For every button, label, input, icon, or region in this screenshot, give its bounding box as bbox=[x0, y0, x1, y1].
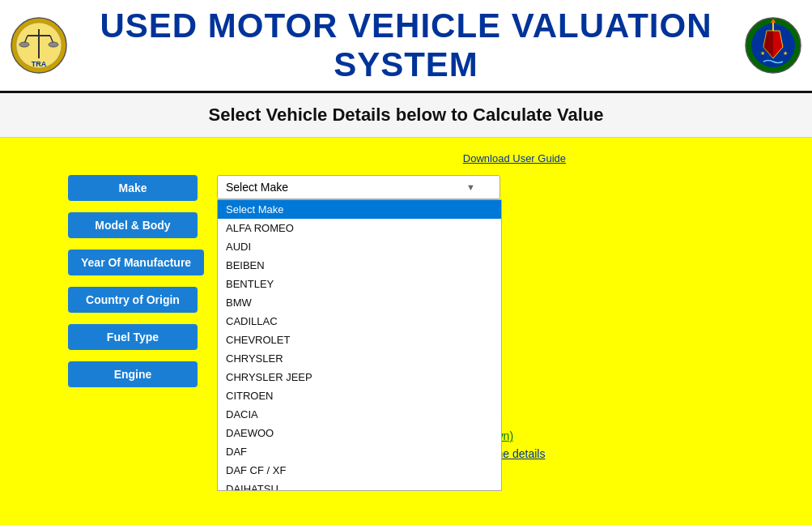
dropdown-item[interactable]: DAIHATSU bbox=[218, 480, 501, 491]
dropdown-item[interactable]: AUDI bbox=[218, 237, 501, 256]
header: TRA USED MOTOR VEHICLE VALUATION SYSTEM … bbox=[0, 0, 812, 93]
dropdown-item[interactable]: DAF CF / XF bbox=[218, 461, 501, 480]
dropdown-item[interactable]: ALFA ROMEO bbox=[218, 219, 501, 237]
make-dropdown-selected: Select Make bbox=[226, 181, 288, 194]
dropdown-item[interactable]: CHRYSLER JEEP bbox=[218, 368, 501, 386]
main-content: Download User Guide Make Select Make ▼ S… bbox=[0, 138, 812, 525]
dropdown-item[interactable]: DAF bbox=[218, 442, 501, 461]
dropdown-item[interactable]: CADILLAC bbox=[218, 312, 501, 331]
make-dropdown-header[interactable]: Select Make ▼ bbox=[217, 175, 500, 199]
dropdown-item[interactable]: DAEWOO bbox=[218, 424, 501, 442]
make-row: Make Select Make ▼ Select MakeALFA ROMEO… bbox=[68, 175, 793, 201]
sub-header-text: Select Vehicle Details below to Calculat… bbox=[0, 105, 812, 126]
country-label-button[interactable]: Country of Origin bbox=[68, 287, 198, 313]
svg-point-6 bbox=[19, 42, 29, 47]
svg-text:★: ★ bbox=[760, 50, 765, 56]
download-user-guide-link[interactable]: Download User Guide bbox=[463, 152, 566, 164]
svg-text:★: ★ bbox=[783, 50, 788, 56]
svg-text:TRA: TRA bbox=[32, 60, 47, 68]
year-label-button[interactable]: Year Of Manufacture bbox=[68, 250, 204, 275]
make-label-button[interactable]: Make bbox=[68, 175, 198, 201]
make-dropdown-scroll[interactable]: Select MakeALFA ROMEOAUDIBEIBENBENTLEYBM… bbox=[218, 200, 501, 491]
svg-point-7 bbox=[49, 42, 58, 47]
make-dropdown-container[interactable]: Select Make ▼ Select MakeALFA ROMEOAUDIB… bbox=[217, 175, 500, 199]
dropdown-item[interactable]: CHRYSLER bbox=[218, 349, 501, 368]
tra-logo: TRA bbox=[10, 16, 68, 75]
dropdown-item[interactable]: DACIA bbox=[218, 405, 501, 424]
dropdown-item[interactable]: Select Make bbox=[218, 200, 501, 219]
tanzania-emblem: ★ ★ bbox=[744, 16, 802, 75]
engine-label-button[interactable]: Engine bbox=[68, 361, 198, 387]
page-title: USED MOTOR VEHICLE VALUATION SYSTEM bbox=[81, 6, 731, 84]
sub-header: Select Vehicle Details below to Calculat… bbox=[0, 93, 812, 138]
dropdown-item[interactable]: BENTLEY bbox=[218, 275, 501, 293]
dropdown-item[interactable]: CITROEN bbox=[218, 386, 501, 405]
make-dropdown-list[interactable]: Select MakeALFA ROMEOAUDIBEIBENBENTLEYBM… bbox=[217, 199, 502, 491]
chevron-down-icon: ▼ bbox=[466, 182, 475, 192]
fuel-label-button[interactable]: Fuel Type bbox=[68, 324, 198, 350]
dropdown-item[interactable]: CHEVROLET bbox=[218, 331, 501, 349]
model-label-button[interactable]: Model & Body bbox=[68, 212, 198, 238]
form-area: Make Select Make ▼ Select MakeALFA ROMEO… bbox=[19, 175, 793, 387]
dropdown-item[interactable]: BMW bbox=[218, 293, 501, 312]
dropdown-item[interactable]: BEIBEN bbox=[218, 256, 501, 275]
